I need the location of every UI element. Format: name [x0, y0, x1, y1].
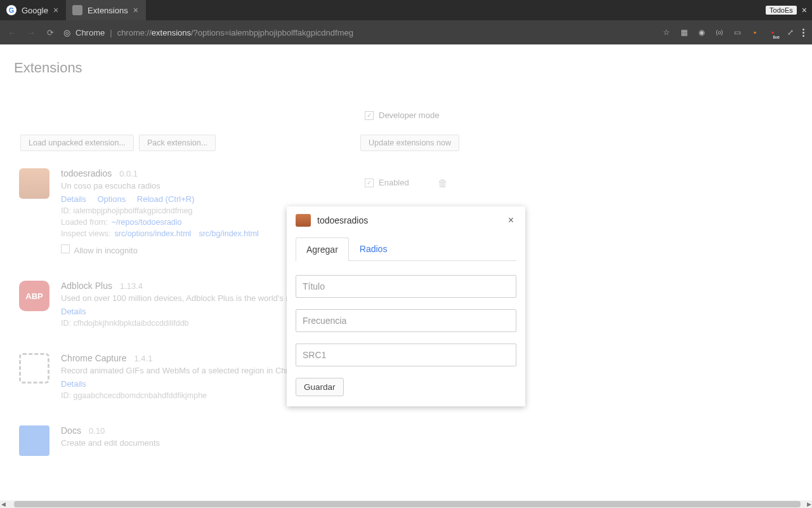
forward-button[interactable]: →	[23, 24, 39, 41]
extension-icon-4[interactable]: ▭	[731, 27, 743, 38]
developer-mode-checkbox[interactable]	[365, 111, 374, 120]
extension-badge[interactable]: TodoEs	[766, 6, 797, 15]
inspect-view-link[interactable]: src/bg/index.html	[199, 229, 258, 238]
details-link[interactable]: Details	[61, 307, 86, 316]
update-extensions-button[interactable]: Update extensions now	[360, 135, 459, 151]
extension-icon-5[interactable]: ▪	[749, 27, 761, 38]
loaded-from-link[interactable]: ~/repos/todoesradio	[112, 218, 182, 227]
trash-icon[interactable]: 🗑	[438, 178, 448, 189]
extension-icon	[19, 168, 49, 199]
page-content: Extensions Developer mode Load unpacked …	[0, 44, 812, 508]
load-unpacked-button[interactable]: Load unpacked extension...	[20, 135, 134, 151]
enabled-checkbox[interactable]	[365, 178, 374, 187]
menu-icon[interactable]	[802, 29, 804, 37]
window-titlebar: G Google × Extensions × TodoEs ×	[0, 0, 812, 20]
page-title: Extensions	[14, 60, 798, 76]
horizontal-scrollbar[interactable]: ◀ ▶	[0, 500, 812, 508]
frecuencia-input[interactable]	[296, 309, 516, 332]
src-input[interactable]	[296, 344, 516, 366]
address-bar[interactable]: ◎ Chrome | chrome://extensions/?options=…	[61, 28, 654, 37]
modal-tabs: Agregar Radios	[296, 237, 516, 261]
browser-tab-extensions[interactable]: Extensions ×	[66, 0, 146, 20]
developer-mode-row[interactable]: Developer mode	[365, 110, 439, 120]
tab-title: Google	[22, 6, 48, 15]
tab-title: Extensions	[88, 6, 128, 15]
browser-tab-google[interactable]: G Google ×	[0, 0, 66, 20]
window-close-icon[interactable]: ×	[802, 5, 807, 15]
options-link[interactable]: Options	[97, 194, 126, 204]
star-icon[interactable]: ☆	[660, 27, 672, 38]
extension-icon-3[interactable]: (o)	[714, 27, 725, 38]
inspect-view-link[interactable]: src/options/index.html	[115, 229, 192, 238]
options-modal: todoesradios × Agregar Radios Guardar	[287, 206, 525, 406]
extension-item: Docs0.10 Create and edit documents	[19, 425, 457, 456]
close-tab-icon[interactable]: ×	[133, 5, 138, 15]
enabled-toggle[interactable]: Enabled	[365, 178, 409, 187]
pack-extension-button[interactable]: Pack extension...	[139, 135, 216, 151]
modal-title: todoesradios	[317, 215, 368, 225]
browser-toolbar: ← → ⟳ ◎ Chrome | chrome://extensions/?op…	[0, 20, 812, 44]
extension-icon-2[interactable]: ◉	[696, 27, 707, 38]
titulo-input[interactable]	[296, 275, 516, 298]
back-button[interactable]: ←	[4, 24, 20, 41]
secure-label: Chrome	[75, 28, 105, 37]
modal-icon	[296, 214, 311, 227]
details-link[interactable]: Details	[61, 194, 86, 204]
tab-radios[interactable]: Radios	[349, 237, 398, 260]
close-tab-icon[interactable]: ×	[53, 5, 58, 15]
fullscreen-icon[interactable]: ⤢	[785, 27, 796, 38]
url-text: chrome://extensions/?options=ialembpjpho…	[117, 28, 353, 37]
reload-button[interactable]: ⟳	[42, 24, 58, 41]
extension-favicon	[72, 5, 82, 15]
scrollbar-thumb[interactable]	[14, 501, 801, 507]
google-favicon: G	[6, 5, 16, 15]
extension-icon	[19, 353, 49, 384]
tab-agregar[interactable]: Agregar	[296, 237, 349, 261]
details-link[interactable]: Details	[61, 379, 86, 389]
extension-icon-1[interactable]: ▦	[678, 27, 690, 38]
guardar-button[interactable]: Guardar	[296, 378, 344, 396]
close-icon[interactable]: ×	[506, 215, 516, 226]
extension-icon	[19, 425, 49, 456]
reload-link[interactable]: Reload (Ctrl+R)	[137, 194, 195, 204]
incognito-checkbox[interactable]	[61, 244, 70, 253]
chrome-icon: ◎	[63, 28, 70, 37]
extension-icon-6[interactable]: ▪live	[767, 27, 778, 38]
extension-icon: ABP	[19, 281, 49, 311]
